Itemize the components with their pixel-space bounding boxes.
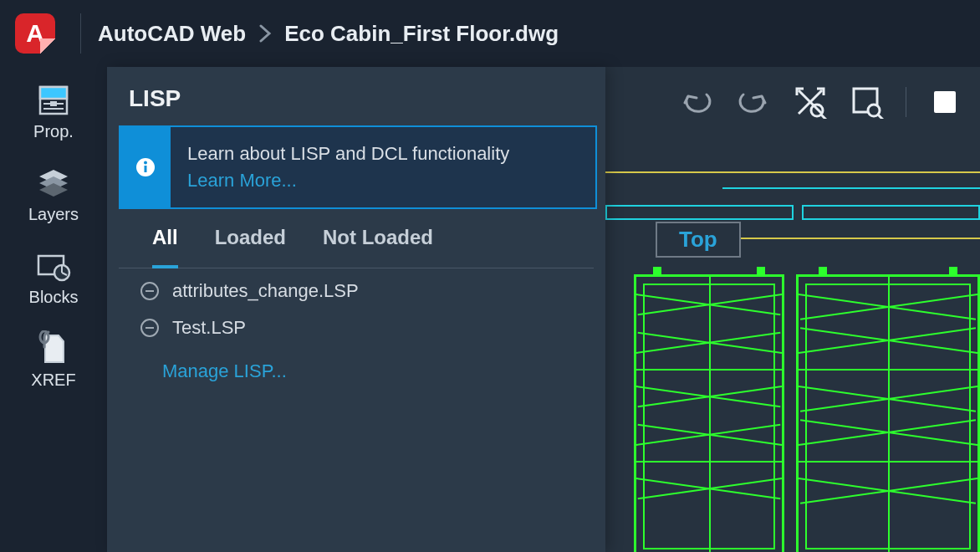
drawing-grid (634, 274, 784, 552)
xref-icon (35, 332, 72, 365)
learn-more-link[interactable]: Learn More... (187, 170, 297, 191)
svg-line-19 (821, 115, 826, 119)
toolbar-separator (906, 87, 906, 117)
zoom-window-button[interactable] (849, 84, 886, 120)
redo-button[interactable] (735, 84, 772, 120)
chevron-right-icon (258, 24, 273, 43)
lisp-file-list: attributes_change.LSP Test.LSP Manage LI… (107, 268, 605, 382)
drawing-box (802, 205, 980, 220)
lisp-file-name: attributes_change.LSP (172, 280, 359, 302)
svg-point-15 (144, 161, 147, 164)
svg-point-21 (868, 105, 880, 116)
sidebar-item-properties[interactable]: Prop. (33, 84, 74, 141)
sidebar-item-layers[interactable]: Layers (28, 166, 79, 224)
square-icon (934, 91, 956, 113)
list-item[interactable]: Test.LSP (140, 317, 605, 339)
sidebar-item-label: Layers (28, 205, 79, 224)
drawing-line (714, 238, 980, 239)
sidebar-item-xref[interactable]: XREF (31, 332, 75, 390)
drawing-grid (796, 274, 980, 552)
svg-rect-14 (145, 166, 147, 172)
info-icon (120, 127, 171, 207)
undo-button[interactable] (678, 84, 715, 120)
autocad-logo: A (15, 13, 55, 54)
svg-rect-1 (40, 87, 67, 99)
tab-not-loaded[interactable]: Not Loaded (323, 226, 433, 259)
breadcrumb-file[interactable]: Eco Cabin_First Floor.dwg (284, 21, 559, 47)
lisp-tabs: All Loaded Not Loaded (119, 209, 594, 268)
top-bar: A AutoCAD Web Eco Cabin_First Floor.dwg (0, 0, 980, 67)
sidebar-item-blocks[interactable]: Blocks (29, 249, 79, 307)
tab-loaded[interactable]: Loaded (215, 226, 286, 259)
drawing-line (722, 187, 980, 189)
drawing-box (605, 205, 794, 220)
sidebar-item-label: Prop. (33, 122, 74, 141)
drawing-line (605, 171, 980, 173)
properties-icon (35, 84, 72, 117)
list-item[interactable]: attributes_change.LSP (140, 280, 605, 302)
svg-rect-4 (50, 101, 57, 106)
blocks-icon (35, 249, 72, 283)
svg-line-22 (878, 115, 883, 119)
left-sidebar: Prop. Layers Blocks (0, 67, 107, 552)
manage-lisp-link[interactable]: Manage LISP... (140, 354, 605, 382)
panel-title: LISP (107, 67, 605, 120)
breadcrumb-app[interactable]: AutoCAD Web (98, 21, 246, 47)
tab-all[interactable]: All (152, 226, 178, 259)
canvas-toolbar (678, 84, 963, 120)
sidebar-item-label: Blocks (29, 288, 79, 307)
sidebar-item-label: XREF (31, 371, 75, 390)
layout-button[interactable] (926, 84, 963, 120)
lisp-panel: LISP Learn about LISP and DCL functional… (107, 67, 605, 552)
view-label-badge[interactable]: Top (656, 222, 741, 258)
info-banner: Learn about LISP and DCL functionality L… (119, 125, 597, 209)
info-text: Learn about LISP and DCL functionality (187, 143, 509, 164)
unload-icon[interactable] (140, 282, 159, 300)
lisp-file-name: Test.LSP (172, 317, 246, 339)
unload-icon[interactable] (140, 319, 159, 337)
breadcrumb: AutoCAD Web Eco Cabin_First Floor.dwg (98, 21, 559, 47)
zoom-extents-button[interactable] (792, 84, 829, 120)
divider (80, 13, 81, 54)
drawing-canvas[interactable]: Top (605, 67, 980, 552)
layers-icon (35, 166, 72, 200)
